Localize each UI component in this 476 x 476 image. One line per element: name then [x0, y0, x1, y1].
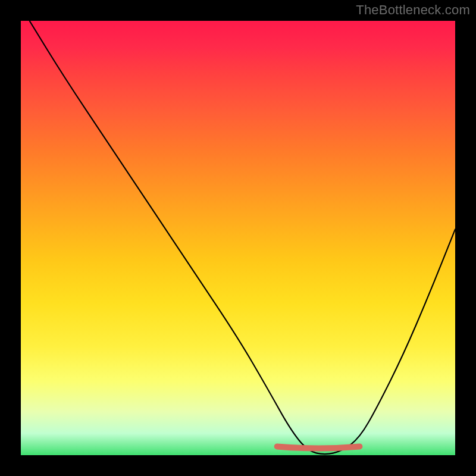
- watermark-text: TheBottleneck.com: [356, 2, 470, 18]
- optimal-range-marker: [277, 446, 360, 448]
- bottleneck-curve: [30, 21, 455, 454]
- plot-area: [21, 21, 455, 455]
- chart-frame: TheBottleneck.com: [0, 0, 476, 476]
- curve-svg: [21, 21, 455, 455]
